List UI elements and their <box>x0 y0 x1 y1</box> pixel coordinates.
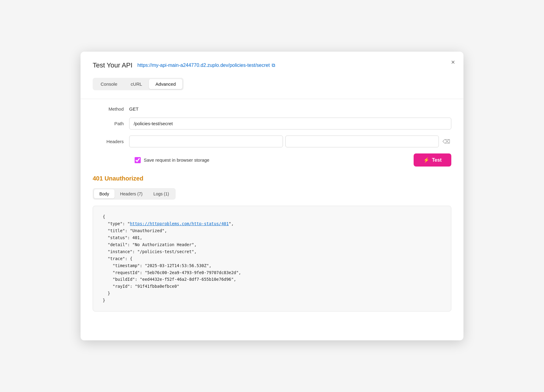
top-tabs: Console cURL Advanced <box>93 78 184 90</box>
test-button-label: Test <box>432 157 442 163</box>
method-value: GET <box>129 106 139 112</box>
url-text: https://my-api-main-a244770.d2.zuplo.dev… <box>137 63 270 68</box>
tab-console[interactable]: Console <box>94 79 124 89</box>
response-body: { "type": "https://httpproblems.com/http… <box>93 206 451 311</box>
test-button[interactable]: ⚡ Test <box>414 153 451 167</box>
header-value-input[interactable] <box>285 136 439 147</box>
header-key-input[interactable] <box>129 136 283 147</box>
tab-advanced[interactable]: Advanced <box>149 79 183 89</box>
response-tab-headers[interactable]: Headers (7) <box>115 189 148 198</box>
modal-title: Test Your API <box>93 61 133 69</box>
close-button[interactable]: × <box>451 59 455 66</box>
save-label-text: Save request in browser storage <box>144 157 209 163</box>
clear-icon: ⌫ <box>442 138 450 145</box>
response-tab-body[interactable]: Body <box>94 189 115 198</box>
header-clear-button[interactable]: ⌫ <box>441 137 451 146</box>
modal-header: Test Your API https://my-api-main-a24477… <box>93 61 451 69</box>
headers-row: Headers ⌫ <box>93 136 451 147</box>
request-form: Method GET Path Headers ⌫ <box>93 106 451 147</box>
test-api-modal: × Test Your API https://my-api-main-a244… <box>81 52 463 340</box>
method-label: Method <box>93 106 129 112</box>
response-json: { "type": "https://httpproblems.com/http… <box>103 213 441 304</box>
response-tabs: Body Headers (7) Logs (1) <box>93 188 176 200</box>
save-test-row: Save request in browser storage ⚡ Test <box>93 153 451 167</box>
lightning-icon: ⚡ <box>423 157 429 163</box>
method-row: Method GET <box>93 106 451 112</box>
headers-inputs: ⌫ <box>129 136 451 147</box>
save-checkbox-label[interactable]: Save request in browser storage <box>135 157 209 163</box>
headers-label: Headers <box>93 139 129 144</box>
modal-url-link[interactable]: https://my-api-main-a244770.d2.zuplo.dev… <box>137 63 275 68</box>
response-status: 401 Unauthorized <box>93 175 451 182</box>
response-tab-logs[interactable]: Logs (1) <box>148 189 174 198</box>
path-label: Path <box>93 121 129 126</box>
header-divider <box>81 99 463 99</box>
copy-icon[interactable]: ⧉ <box>272 63 275 68</box>
path-row: Path <box>93 118 451 129</box>
save-checkbox[interactable] <box>135 157 141 163</box>
tab-curl[interactable]: cURL <box>124 79 149 89</box>
path-input[interactable] <box>129 118 451 129</box>
